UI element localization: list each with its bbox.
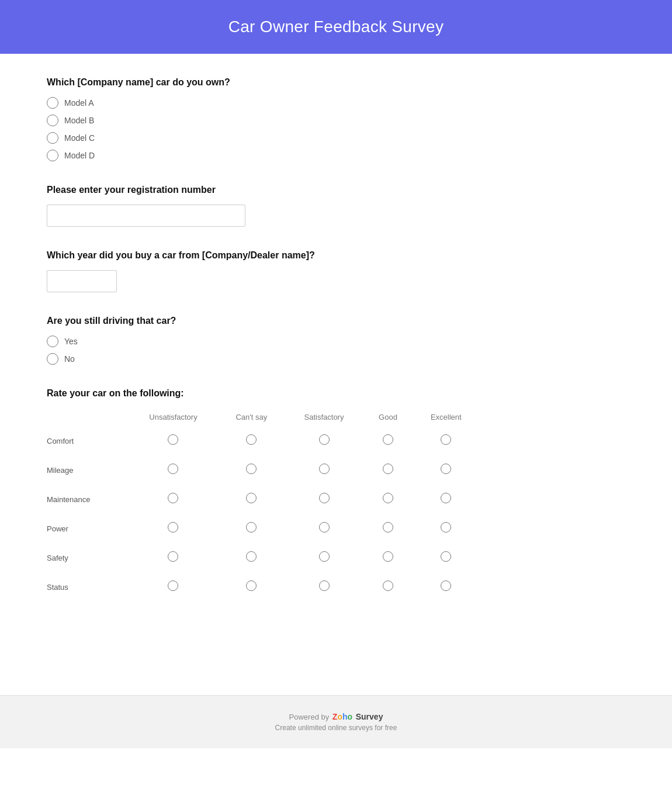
- registration-number-input[interactable]: [47, 205, 245, 227]
- power-radio-excellent[interactable]: [441, 522, 451, 533]
- safety-cant-say[interactable]: [218, 543, 285, 572]
- comfort-excellent[interactable]: [413, 426, 479, 455]
- q1-option-model-b[interactable]: Model B: [47, 115, 479, 126]
- footer-powered-line: Powered by Zoho Survey: [12, 712, 660, 721]
- q4-radio-yes[interactable]: [47, 336, 58, 347]
- row-label-safety: Safety: [47, 543, 129, 572]
- safety-radio-unsatisfactory[interactable]: [168, 551, 178, 562]
- power-excellent[interactable]: [413, 514, 479, 543]
- q4-radio-no[interactable]: [47, 353, 58, 365]
- maintenance-radio-unsatisfactory[interactable]: [168, 493, 178, 503]
- q4-option-yes[interactable]: Yes: [47, 336, 479, 347]
- zoho-h: h: [342, 712, 348, 721]
- power-radio-unsatisfactory[interactable]: [168, 522, 178, 533]
- safety-unsatisfactory[interactable]: [129, 543, 218, 572]
- q1-label-model-a: Model A: [64, 98, 94, 108]
- power-satisfactory[interactable]: [285, 514, 363, 543]
- table-row: Maintenance: [47, 485, 479, 514]
- power-radio-good[interactable]: [383, 522, 393, 533]
- safety-radio-good[interactable]: [383, 551, 393, 562]
- status-radio-cant-say[interactable]: [246, 580, 257, 591]
- power-good[interactable]: [363, 514, 413, 543]
- mileage-radio-cant-say[interactable]: [246, 464, 257, 474]
- comfort-radio-unsatisfactory[interactable]: [168, 434, 178, 445]
- mileage-radio-excellent[interactable]: [441, 464, 451, 474]
- q4-option-no[interactable]: No: [47, 353, 479, 365]
- status-cant-say[interactable]: [218, 572, 285, 602]
- status-radio-good[interactable]: [383, 580, 393, 591]
- question-3: Which year did you buy a car from [Compa…: [47, 250, 479, 292]
- mileage-excellent[interactable]: [413, 455, 479, 485]
- mileage-good[interactable]: [363, 455, 413, 485]
- power-radio-cant-say[interactable]: [246, 522, 257, 533]
- q1-radio-model-d[interactable]: [47, 150, 58, 161]
- comfort-satisfactory[interactable]: [285, 426, 363, 455]
- status-radio-excellent[interactable]: [441, 580, 451, 591]
- mileage-unsatisfactory[interactable]: [129, 455, 218, 485]
- safety-radio-satisfactory[interactable]: [319, 551, 330, 562]
- mileage-radio-satisfactory[interactable]: [319, 464, 330, 474]
- safety-satisfactory[interactable]: [285, 543, 363, 572]
- maintenance-excellent[interactable]: [413, 485, 479, 514]
- maintenance-radio-excellent[interactable]: [441, 493, 451, 503]
- power-cant-say[interactable]: [218, 514, 285, 543]
- safety-excellent[interactable]: [413, 543, 479, 572]
- footer-tagline: Create unlimited online surveys for free: [12, 724, 660, 732]
- power-unsatisfactory[interactable]: [129, 514, 218, 543]
- table-row: Mileage: [47, 455, 479, 485]
- zoho-o: o: [337, 712, 342, 721]
- page-footer: Powered by Zoho Survey Create unlimited …: [0, 695, 672, 748]
- maintenance-radio-satisfactory[interactable]: [319, 493, 330, 503]
- q1-option-model-d[interactable]: Model D: [47, 150, 479, 161]
- status-unsatisfactory[interactable]: [129, 572, 218, 602]
- q1-radio-model-b[interactable]: [47, 115, 58, 126]
- rating-table: Unsatisfactory Can't say Satisfactory Go…: [47, 408, 479, 602]
- q1-option-model-a[interactable]: Model A: [47, 97, 479, 109]
- table-row: Power: [47, 514, 479, 543]
- maintenance-radio-good[interactable]: [383, 493, 393, 503]
- status-good[interactable]: [363, 572, 413, 602]
- q1-label-model-d: Model D: [64, 151, 95, 160]
- survey-word: Survey: [356, 712, 383, 721]
- q1-radio-model-a[interactable]: [47, 97, 58, 109]
- safety-good[interactable]: [363, 543, 413, 572]
- safety-radio-cant-say[interactable]: [246, 551, 257, 562]
- row-label-comfort: Comfort: [47, 426, 129, 455]
- col-header-cant-say: Can't say: [218, 408, 285, 426]
- row-label-status: Status: [47, 572, 129, 602]
- col-header-blank: [47, 408, 129, 426]
- mileage-satisfactory[interactable]: [285, 455, 363, 485]
- status-excellent[interactable]: [413, 572, 479, 602]
- comfort-radio-satisfactory[interactable]: [319, 434, 330, 445]
- comfort-unsatisfactory[interactable]: [129, 426, 218, 455]
- mileage-cant-say[interactable]: [218, 455, 285, 485]
- maintenance-satisfactory[interactable]: [285, 485, 363, 514]
- q1-option-model-c[interactable]: Model C: [47, 132, 479, 144]
- question-2-label: Please enter your registration number: [47, 185, 479, 195]
- rating-table-header: Unsatisfactory Can't say Satisfactory Go…: [47, 408, 479, 426]
- maintenance-good[interactable]: [363, 485, 413, 514]
- comfort-radio-excellent[interactable]: [441, 434, 451, 445]
- mileage-radio-unsatisfactory[interactable]: [168, 464, 178, 474]
- q1-radio-model-c[interactable]: [47, 132, 58, 144]
- year-input[interactable]: [47, 270, 117, 292]
- question-4-label: Are you still driving that car?: [47, 316, 479, 326]
- comfort-good[interactable]: [363, 426, 413, 455]
- power-radio-satisfactory[interactable]: [319, 522, 330, 533]
- q1-label-model-b: Model B: [64, 116, 94, 125]
- page-title: Car Owner Feedback Survey: [12, 18, 660, 36]
- status-radio-unsatisfactory[interactable]: [168, 580, 178, 591]
- col-header-satisfactory: Satisfactory: [285, 408, 363, 426]
- status-radio-satisfactory[interactable]: [319, 580, 330, 591]
- status-satisfactory[interactable]: [285, 572, 363, 602]
- question-1-label: Which [Company name] car do you own?: [47, 77, 479, 88]
- maintenance-radio-cant-say[interactable]: [246, 493, 257, 503]
- comfort-radio-cant-say[interactable]: [246, 434, 257, 445]
- comfort-radio-good[interactable]: [383, 434, 393, 445]
- safety-radio-excellent[interactable]: [441, 551, 451, 562]
- comfort-cant-say[interactable]: [218, 426, 285, 455]
- maintenance-unsatisfactory[interactable]: [129, 485, 218, 514]
- maintenance-cant-say[interactable]: [218, 485, 285, 514]
- q4-label-no: No: [64, 354, 75, 364]
- mileage-radio-good[interactable]: [383, 464, 393, 474]
